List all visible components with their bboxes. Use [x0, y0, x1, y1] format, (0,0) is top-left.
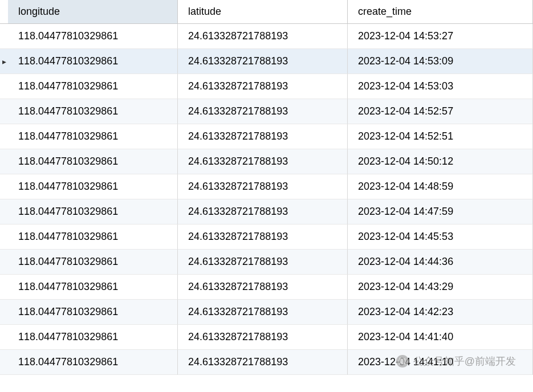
cell-create-time[interactable]: 2023-12-04 14:42:23: [348, 300, 533, 325]
column-header-latitude[interactable]: latitude: [178, 0, 348, 24]
table-row[interactable]: 118.0447781032986124.6133287217881932023…: [0, 250, 533, 275]
cell-longitude[interactable]: 118.04477810329861: [8, 49, 178, 74]
table-row[interactable]: 118.0447781032986124.6133287217881932023…: [0, 325, 533, 350]
table-row[interactable]: 118.0447781032986124.6133287217881932023…: [0, 174, 533, 199]
row-marker: [0, 74, 8, 99]
cell-latitude[interactable]: 24.613328721788193: [178, 199, 348, 224]
cell-create-time[interactable]: 2023-12-04 14:53:27: [348, 24, 533, 49]
table-row[interactable]: 118.0447781032986124.6133287217881932023…: [0, 199, 533, 224]
cell-latitude[interactable]: 24.613328721788193: [178, 74, 348, 99]
row-marker: ▸: [0, 49, 8, 74]
cell-longitude[interactable]: 118.04477810329861: [8, 24, 178, 49]
cell-create-time[interactable]: 2023-12-04 14:43:29: [348, 275, 533, 300]
cell-longitude[interactable]: 118.04477810329861: [8, 124, 178, 149]
cell-longitude[interactable]: 118.04477810329861: [8, 300, 178, 325]
cell-latitude[interactable]: 24.613328721788193: [178, 49, 348, 74]
cell-create-time[interactable]: 2023-12-04 14:41:10: [348, 350, 533, 375]
cell-create-time[interactable]: 2023-12-04 14:41:40: [348, 325, 533, 350]
row-marker: [0, 174, 8, 199]
column-header-longitude[interactable]: longitude: [8, 0, 178, 24]
cell-longitude[interactable]: 118.04477810329861: [8, 224, 178, 250]
cell-create-time[interactable]: 2023-12-04 14:50:12: [348, 149, 533, 174]
row-marker: [0, 99, 8, 124]
cell-create-time[interactable]: 2023-12-04 14:47:59: [348, 199, 533, 224]
row-marker: [0, 24, 8, 49]
cell-create-time[interactable]: 2023-12-04 14:52:57: [348, 99, 533, 124]
cell-longitude[interactable]: 118.04477810329861: [8, 74, 178, 99]
cell-latitude[interactable]: 24.613328721788193: [178, 24, 348, 49]
row-marker: [0, 224, 8, 250]
cell-longitude[interactable]: 118.04477810329861: [8, 199, 178, 224]
cell-latitude[interactable]: 24.613328721788193: [178, 124, 348, 149]
cell-latitude[interactable]: 24.613328721788193: [178, 300, 348, 325]
cell-longitude[interactable]: 118.04477810329861: [8, 250, 178, 275]
cell-longitude[interactable]: 118.04477810329861: [8, 149, 178, 174]
cell-latitude[interactable]: 24.613328721788193: [178, 275, 348, 300]
cell-longitude[interactable]: 118.04477810329861: [8, 174, 178, 199]
cell-longitude[interactable]: 118.04477810329861: [8, 275, 178, 300]
table-row[interactable]: ▸118.0447781032986124.613328721788193202…: [0, 49, 533, 74]
table-row[interactable]: 118.0447781032986124.6133287217881932023…: [0, 275, 533, 300]
row-marker: [0, 325, 8, 350]
table-row[interactable]: 118.0447781032986124.6133287217881932023…: [0, 350, 533, 375]
cell-latitude[interactable]: 24.613328721788193: [178, 350, 348, 375]
table-row[interactable]: 118.0447781032986124.6133287217881932023…: [0, 224, 533, 250]
cell-latitude[interactable]: 24.613328721788193: [178, 250, 348, 275]
table-row[interactable]: 118.0447781032986124.6133287217881932023…: [0, 24, 533, 49]
cell-create-time[interactable]: 2023-12-04 14:53:03: [348, 74, 533, 99]
cell-latitude[interactable]: 24.613328721788193: [178, 325, 348, 350]
row-marker: [0, 124, 8, 149]
current-row-indicator-icon: ▸: [2, 57, 6, 66]
row-marker: [0, 199, 8, 224]
row-marker: [0, 149, 8, 174]
row-marker-header: [0, 0, 8, 24]
cell-create-time[interactable]: 2023-12-04 14:52:51: [348, 124, 533, 149]
cell-latitude[interactable]: 24.613328721788193: [178, 224, 348, 250]
cell-create-time[interactable]: 2023-12-04 14:48:59: [348, 174, 533, 199]
row-marker: [0, 300, 8, 325]
table-header-row: longitude latitude create_time: [0, 0, 533, 24]
table-row[interactable]: 118.0447781032986124.6133287217881932023…: [0, 300, 533, 325]
row-marker: [0, 250, 8, 275]
table-row[interactable]: 118.0447781032986124.6133287217881932023…: [0, 124, 533, 149]
data-table: longitude latitude create_time 118.04477…: [0, 0, 533, 375]
cell-longitude[interactable]: 118.04477810329861: [8, 325, 178, 350]
table-row[interactable]: 118.0447781032986124.6133287217881932023…: [0, 74, 533, 99]
cell-latitude[interactable]: 24.613328721788193: [178, 174, 348, 199]
cell-create-time[interactable]: 2023-12-04 14:53:09: [348, 49, 533, 74]
table-row[interactable]: 118.0447781032986124.6133287217881932023…: [0, 99, 533, 124]
table-row[interactable]: 118.0447781032986124.6133287217881932023…: [0, 149, 533, 174]
cell-latitude[interactable]: 24.613328721788193: [178, 149, 348, 174]
table-body: 118.0447781032986124.6133287217881932023…: [0, 24, 533, 375]
column-header-create-time[interactable]: create_time: [348, 0, 533, 24]
cell-longitude[interactable]: 118.04477810329861: [8, 350, 178, 375]
row-marker: [0, 350, 8, 375]
cell-longitude[interactable]: 118.04477810329861: [8, 99, 178, 124]
cell-create-time[interactable]: 2023-12-04 14:45:53: [348, 224, 533, 250]
cell-create-time[interactable]: 2023-12-04 14:44:36: [348, 250, 533, 275]
row-marker: [0, 275, 8, 300]
cell-latitude[interactable]: 24.613328721788193: [178, 99, 348, 124]
